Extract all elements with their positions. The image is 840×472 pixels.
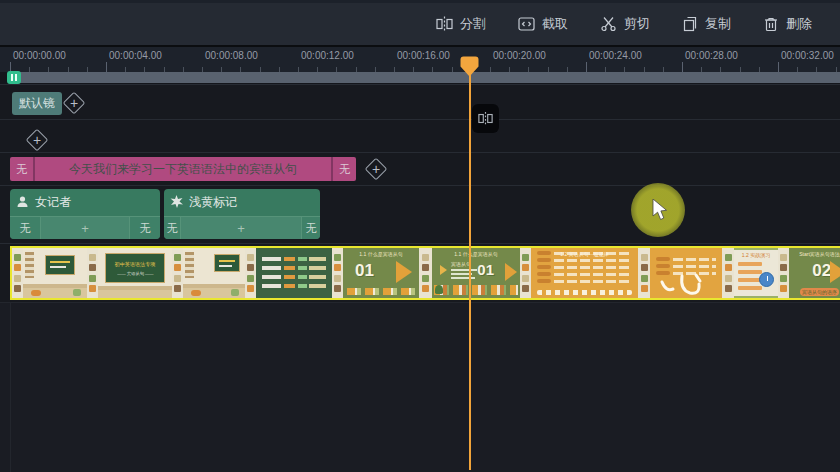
subtitle-text-segment[interactable]: 今天我们来学习一下英语语法中的宾语从句 xyxy=(33,157,333,181)
delete-button[interactable]: 删除 xyxy=(763,15,812,33)
annotation-title: 浅黄标记 xyxy=(189,194,237,211)
ruler-timestamp: 00:00:28.00 xyxy=(685,50,738,61)
filmstrip-frame: Start宾语从句语法02宾语从句的语序 xyxy=(789,248,840,298)
plus-icon: + xyxy=(363,156,389,182)
toolbar: 分割 截取 剪切 复制 删除 xyxy=(0,0,840,47)
video-editor-timeline-panel: 分割 截取 剪切 复制 删除 00:00:00.0000:00:04.0000:… xyxy=(0,0,840,472)
filmstrip-perforation xyxy=(245,248,256,298)
filmstrip-perforation xyxy=(722,248,734,298)
split-mode-cursor-icon xyxy=(472,104,499,133)
ruler-tick xyxy=(586,62,587,72)
subtitle-clip[interactable]: 无 今天我们来学习一下英语语法中的宾语从句 无 xyxy=(10,157,356,181)
annotation-header: 浅黄标记 xyxy=(164,189,320,216)
ruler-timestamp: 00:00:32.00 xyxy=(781,50,834,61)
copy-button[interactable]: 复制 xyxy=(682,15,731,33)
ruler-timestamp: 00:00:12.00 xyxy=(301,50,354,61)
trash-icon xyxy=(763,16,779,32)
annotation-header: 女记者 xyxy=(10,189,160,216)
filmstrip-frame xyxy=(183,248,245,298)
timeline-zoom-scrollbar[interactable] xyxy=(10,72,840,83)
annotation-title: 女记者 xyxy=(35,194,71,211)
add-clip-button[interactable]: + xyxy=(24,127,50,153)
annotation-block-reporter[interactable]: 女记者 无 + 无 xyxy=(10,189,160,239)
ruler-timestamp: 00:00:08.00 xyxy=(205,50,258,61)
playhead-handle[interactable] xyxy=(460,56,479,81)
annotation-cell-add[interactable]: + xyxy=(180,217,302,239)
ruler-tick xyxy=(106,62,107,72)
annotation-cell-right[interactable]: 无 xyxy=(130,217,160,239)
star-icon xyxy=(170,195,183,211)
annotation-cell-right[interactable]: 无 xyxy=(302,217,320,239)
annotation-cell-add[interactable]: + xyxy=(40,217,130,239)
track-row-camera xyxy=(0,84,840,119)
plus-icon: + xyxy=(24,127,50,153)
subtitle-left-segment[interactable]: 无 xyxy=(10,157,33,181)
mouse-cursor xyxy=(652,199,672,227)
annotation-cell-left[interactable]: 无 xyxy=(164,217,180,239)
filmstrip-frame xyxy=(256,248,332,298)
copy-label: 复制 xyxy=(705,15,731,33)
filmstrip-frame: 1.2 实战演习 xyxy=(734,248,778,298)
ruler-timestamp: 00:00:20.00 xyxy=(493,50,546,61)
ruler-timestamp: 00:00:24.00 xyxy=(589,50,642,61)
ruler-tick xyxy=(778,62,779,72)
ruler-timestamp: 00:00:16.00 xyxy=(397,50,450,61)
filmstrip-perforation xyxy=(332,248,343,298)
filmstrip-frame xyxy=(23,248,87,298)
scissors-icon xyxy=(600,16,617,32)
ruler-timestamp: 00:00:04.00 xyxy=(109,50,162,61)
person-icon xyxy=(16,195,29,211)
video-clip-filmstrip[interactable]: 初中英语语法专项—— 宾语从句 ——1.1 什么是宾语从句011.1 什么是宾语… xyxy=(10,246,840,300)
filmstrip-perforation xyxy=(419,248,432,298)
ruler-timestamp: 00:00:00.00 xyxy=(13,50,66,61)
filmstrip-frame: 初中英语语法专项—— 宾语从句 —— xyxy=(98,248,172,298)
filmstrip-frame: 1.1 什么是宾语从句宾语从句01 xyxy=(432,248,520,298)
add-subtitle-button[interactable]: + xyxy=(363,156,389,182)
filmstrip-frame: 1.1 什么是宾语从句01 xyxy=(343,248,419,298)
timeline-empty-area xyxy=(0,302,840,472)
default-camera-badge[interactable]: 默认镜 xyxy=(12,92,62,115)
add-camera-button[interactable]: + xyxy=(61,90,87,116)
filmstrip-frame: 1.2 宾语从句一般规律 xyxy=(531,248,638,298)
filmstrip-frame xyxy=(650,248,722,298)
filmstrip-perforation xyxy=(87,248,98,298)
copy-icon xyxy=(682,16,698,32)
track-row-empty xyxy=(0,119,840,152)
split-icon xyxy=(436,16,453,32)
filmstrip-perforation xyxy=(12,248,23,298)
filmstrip-perforation xyxy=(520,248,531,298)
subtitle-right-segment[interactable]: 无 xyxy=(333,157,356,181)
split-label: 分割 xyxy=(460,15,486,33)
timeline-start-marker[interactable] xyxy=(7,71,21,84)
time-ruler[interactable]: 00:00:00.0000:00:04.0000:00:08.0000:00:1… xyxy=(0,47,840,72)
ruler-tick xyxy=(682,62,683,72)
capture-label: 截取 xyxy=(542,15,568,33)
annotation-cells: 无 + 无 xyxy=(10,216,160,239)
annotation-cell-left[interactable]: 无 xyxy=(10,217,40,239)
capture-icon xyxy=(518,16,535,32)
filmstrip-perforation xyxy=(638,248,650,298)
split-button[interactable]: 分割 xyxy=(436,15,486,33)
cut-label: 剪切 xyxy=(624,15,650,33)
plus-icon: + xyxy=(61,90,87,116)
filmstrip-perforation xyxy=(172,248,183,298)
capture-button[interactable]: 截取 xyxy=(518,15,568,33)
delete-label: 删除 xyxy=(786,15,812,33)
annotation-cells: 无 + 无 xyxy=(164,216,320,239)
playhead-line xyxy=(469,58,471,470)
annotation-block-marker[interactable]: 浅黄标记 无 + 无 xyxy=(164,189,320,239)
cut-button[interactable]: 剪切 xyxy=(600,15,650,33)
filmstrip-perforation xyxy=(778,248,789,298)
